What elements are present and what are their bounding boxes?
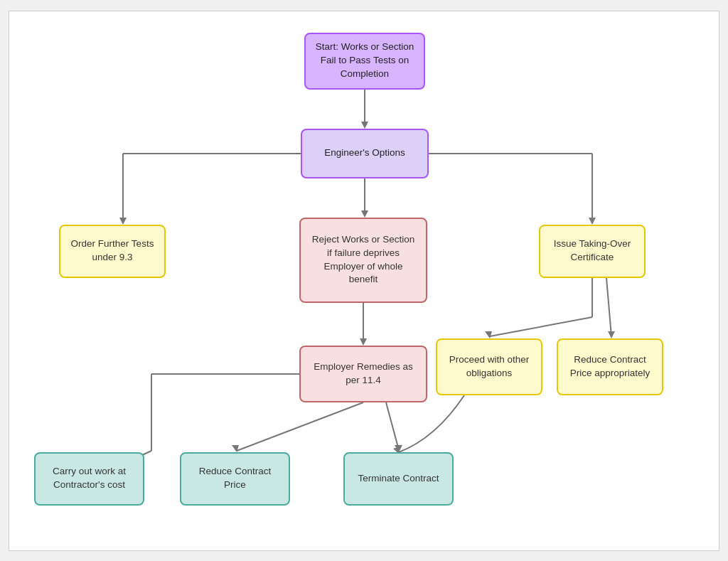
svg-marker-11 [360,338,367,346]
start-node: Start: Works or Section Fail to Pass Tes… [304,33,425,90]
order-tests-node: Order Further Tests under 9.3 [59,225,166,278]
svg-marker-9 [589,218,596,225]
terminate-node: Terminate Contract [343,452,454,506]
svg-marker-6 [361,210,368,218]
reduce-contract-node: Reduce Contract Price [180,452,290,506]
svg-marker-1 [361,122,368,129]
reject-works-node: Reject Works or Section if failure depri… [299,218,427,303]
reduce-price-right-node: Reduce Contract Price appropriately [557,338,663,395]
svg-line-21 [606,278,611,336]
diagram-container: Start: Works or Section Fail to Pass Tes… [9,11,719,551]
svg-marker-25 [395,445,402,452]
carry-out-node: Carry out work at Contractor's cost [34,452,144,506]
employer-remedies-node: Employer Remedies as per 11.4 [299,346,427,402]
svg-marker-17 [232,445,239,452]
engineers-options-node: Engineer's Options [301,129,429,178]
proceed-node: Proceed with other obligations [436,338,542,395]
taking-over-node: Issue Taking-Over Certificate [539,225,646,278]
svg-marker-4 [119,218,127,225]
svg-line-24 [386,402,399,450]
svg-marker-20 [485,331,492,338]
svg-line-19 [490,317,592,336]
svg-line-16 [237,402,363,451]
svg-marker-22 [608,331,615,338]
